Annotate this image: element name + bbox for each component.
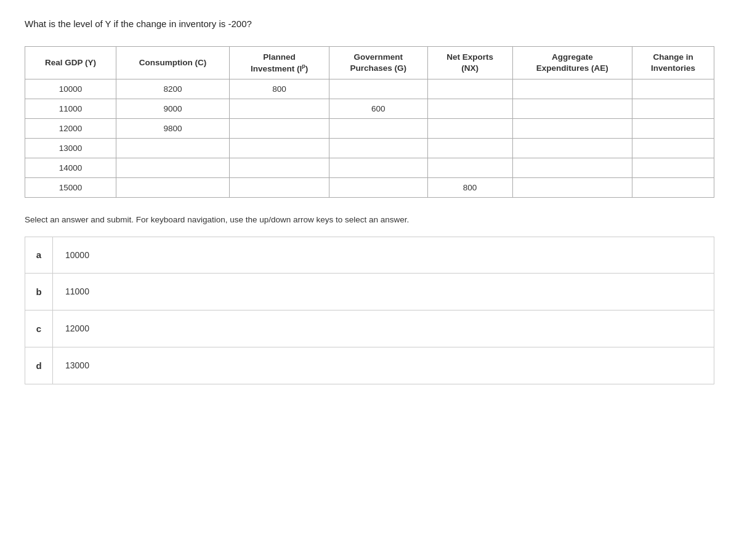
col-header-aggregate-exp: AggregateExpenditures (AE): [512, 47, 632, 79]
cell-row5-govt_purchases: [329, 177, 428, 197]
cell-row0-planned_inv: 800: [230, 79, 329, 99]
answer-value-c: 12000: [53, 323, 89, 333]
answer-options: a10000b11000c12000d13000: [25, 237, 714, 384]
cell-row3-aggregate_exp: [512, 138, 632, 158]
cell-row4-net_exports: [427, 158, 512, 177]
cell-row5-net_exports: 800: [427, 177, 512, 197]
col-header-planned-inv: PlannedInvestment (Ip): [230, 47, 329, 79]
answer-label-d: d: [25, 347, 53, 384]
cell-row1-consumption: 9000: [116, 99, 229, 118]
cell-row2-consumption: 9800: [116, 118, 229, 138]
instruction-text: Select an answer and submit. For keyboar…: [25, 215, 714, 224]
cell-row4-govt_purchases: [329, 158, 428, 177]
answer-label-a: a: [25, 237, 53, 273]
cell-row1-govt_purchases: 600: [329, 99, 428, 118]
cell-row4-consumption: [116, 158, 229, 177]
cell-row1-real_gdp: 11000: [25, 99, 116, 118]
col-header-consumption: Consumption (C): [116, 47, 229, 79]
cell-row4-planned_inv: [230, 158, 329, 177]
question-text: What is the level of Y if the change in …: [25, 18, 714, 29]
cell-row3-net_exports: [427, 138, 512, 158]
cell-row1-aggregate_exp: [512, 99, 632, 118]
data-table: Real GDP (Y) Consumption (C) PlannedInve…: [25, 46, 714, 198]
cell-row3-consumption: [116, 138, 229, 158]
answer-label-b: b: [25, 274, 53, 310]
cell-row4-change_inv: [632, 158, 714, 177]
cell-row5-consumption: [116, 177, 229, 197]
cell-row3-govt_purchases: [329, 138, 428, 158]
cell-row5-real_gdp: 15000: [25, 177, 116, 197]
col-header-change-inv: Change inInventories: [632, 47, 714, 79]
answer-label-c: c: [25, 310, 53, 347]
cell-row0-consumption: 8200: [116, 79, 229, 99]
col-header-real-gdp: Real GDP (Y): [25, 47, 116, 79]
cell-row0-real_gdp: 10000: [25, 79, 116, 99]
col-header-govt-purchases: GovernmentPurchases (G): [329, 47, 428, 79]
cell-row2-real_gdp: 12000: [25, 118, 116, 138]
cell-row2-aggregate_exp: [512, 118, 632, 138]
cell-row2-net_exports: [427, 118, 512, 138]
cell-row1-change_inv: [632, 99, 714, 118]
cell-row5-planned_inv: [230, 177, 329, 197]
col-header-net-exports: Net Exports(NX): [427, 47, 512, 79]
cell-row1-net_exports: [427, 99, 512, 118]
cell-row2-change_inv: [632, 118, 714, 138]
cell-row0-aggregate_exp: [512, 79, 632, 99]
answer-value-a: 10000: [53, 250, 89, 260]
cell-row4-real_gdp: 14000: [25, 158, 116, 177]
answer-option-d[interactable]: d13000: [25, 347, 714, 384]
answer-value-d: 13000: [53, 360, 89, 370]
cell-row0-govt_purchases: [329, 79, 428, 99]
cell-row0-net_exports: [427, 79, 512, 99]
cell-row5-change_inv: [632, 177, 714, 197]
cell-row3-change_inv: [632, 138, 714, 158]
answer-option-b[interactable]: b11000: [25, 274, 714, 310]
cell-row4-aggregate_exp: [512, 158, 632, 177]
cell-row1-planned_inv: [230, 99, 329, 118]
answer-value-b: 11000: [53, 286, 89, 296]
cell-row2-planned_inv: [230, 118, 329, 138]
cell-row0-change_inv: [632, 79, 714, 99]
cell-row2-govt_purchases: [329, 118, 428, 138]
cell-row3-real_gdp: 13000: [25, 138, 116, 158]
cell-row5-aggregate_exp: [512, 177, 632, 197]
answer-option-c[interactable]: c12000: [25, 310, 714, 347]
answer-option-a[interactable]: a10000: [25, 237, 714, 274]
cell-row3-planned_inv: [230, 138, 329, 158]
